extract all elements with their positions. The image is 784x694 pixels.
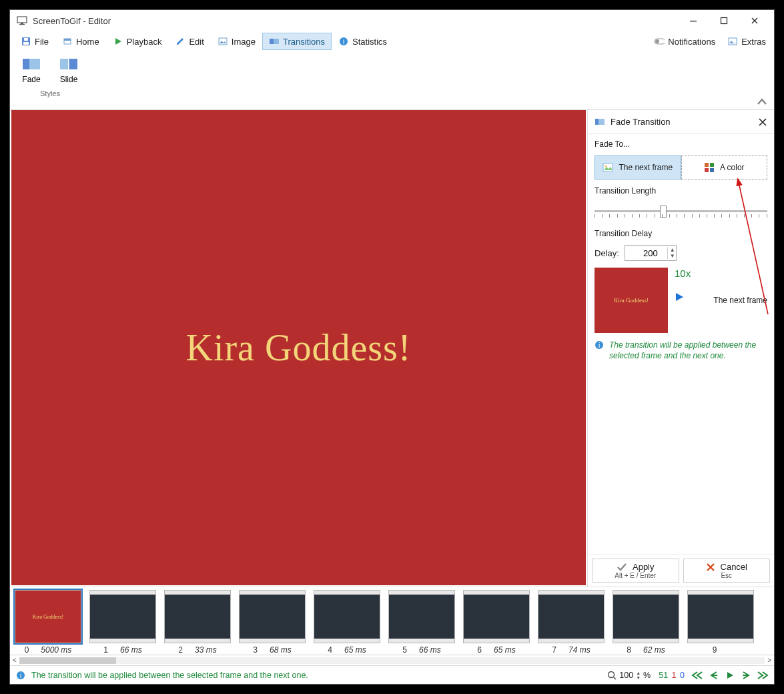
fade-to-label: Fade To... bbox=[595, 139, 767, 149]
timeline-frame[interactable]: 774 ms bbox=[537, 590, 605, 655]
svg-rect-17 bbox=[729, 38, 737, 45]
info-icon: i bbox=[15, 670, 26, 681]
svg-rect-22 bbox=[68, 59, 69, 69]
svg-rect-30 bbox=[710, 168, 714, 172]
close-button[interactable] bbox=[739, 10, 770, 31]
image-icon bbox=[218, 36, 228, 47]
svg-rect-29 bbox=[705, 168, 709, 172]
info-icon: i bbox=[338, 36, 349, 47]
timeline-frame[interactable]: 166 ms bbox=[89, 590, 157, 655]
tab-image[interactable]: Image bbox=[211, 33, 262, 50]
svg-rect-21 bbox=[68, 59, 77, 69]
svg-rect-19 bbox=[29, 59, 40, 69]
check-icon bbox=[617, 563, 627, 572]
preview-play-icon[interactable] bbox=[675, 292, 684, 302]
tab-playback[interactable]: Playback bbox=[106, 33, 169, 50]
timeline-frame[interactable]: 465 ms bbox=[313, 590, 381, 655]
svg-rect-2 bbox=[19, 24, 25, 25]
svg-text:i: i bbox=[343, 38, 344, 45]
ribbon-group-label: Styles bbox=[40, 89, 60, 97]
panel-close-icon[interactable] bbox=[758, 117, 767, 127]
svg-text:i: i bbox=[599, 342, 600, 349]
tab-transitions[interactable]: Transitions bbox=[262, 33, 332, 50]
transition-length-label: Transition Length bbox=[595, 186, 767, 196]
title-bar: ScreenToGif - Editor bbox=[10, 10, 774, 31]
timeline-frame[interactable]: 566 ms bbox=[388, 590, 456, 655]
zoom-control[interactable]: 100 ▲▼ % bbox=[607, 671, 651, 680]
svg-rect-24 bbox=[599, 119, 605, 125]
transitions-icon bbox=[269, 36, 280, 47]
svg-rect-28 bbox=[710, 163, 714, 167]
panel-title: Fade Transition bbox=[611, 117, 671, 127]
tab-edit[interactable]: Edit bbox=[168, 33, 210, 50]
fade-to-color[interactable]: A color bbox=[681, 155, 768, 180]
extras-button[interactable]: Extras bbox=[723, 34, 770, 49]
timeline-frame[interactable]: 665 ms bbox=[462, 590, 530, 655]
fade-icon bbox=[22, 57, 41, 73]
tab-home[interactable]: Home bbox=[55, 33, 106, 50]
app-icon bbox=[17, 15, 27, 26]
svg-rect-1 bbox=[21, 23, 23, 24]
picture-icon bbox=[603, 162, 613, 173]
minimize-button[interactable] bbox=[678, 10, 709, 31]
tab-statistics[interactable]: iStatistics bbox=[332, 33, 394, 50]
svg-text:i: i bbox=[20, 672, 21, 679]
nav-prev-icon[interactable] bbox=[710, 671, 719, 679]
timeline-frame[interactable]: 368 ms bbox=[238, 590, 306, 655]
timeline-frame[interactable]: 233 ms bbox=[163, 590, 232, 655]
canvas-text: Kira Goddess! bbox=[185, 326, 411, 369]
slide-icon bbox=[59, 57, 78, 73]
svg-rect-20 bbox=[60, 59, 68, 69]
play-icon bbox=[113, 36, 123, 47]
save-icon bbox=[21, 36, 31, 47]
svg-rect-25 bbox=[603, 163, 613, 171]
x-icon bbox=[706, 563, 715, 572]
frame-timeline: Kira Goddess!05000 ms166 ms233 ms368 ms4… bbox=[10, 587, 774, 665]
svg-rect-6 bbox=[23, 42, 29, 45]
cancel-button[interactable]: Cancel Esc bbox=[683, 559, 771, 583]
toggle-icon bbox=[654, 36, 665, 47]
apply-button[interactable]: Apply Alt + E / Enter bbox=[592, 559, 679, 583]
nav-next-icon[interactable] bbox=[741, 671, 750, 679]
extras-icon bbox=[727, 36, 738, 47]
timeline-frame[interactable]: 862 ms bbox=[612, 590, 680, 655]
fade-transition-panel: Fade Transition Fade To... The next fram… bbox=[587, 110, 774, 587]
svg-rect-0 bbox=[17, 17, 27, 23]
svg-point-36 bbox=[609, 671, 615, 677]
svg-rect-4 bbox=[721, 18, 727, 24]
timeline-frame[interactable]: 9 bbox=[687, 590, 755, 655]
svg-rect-9 bbox=[64, 39, 71, 41]
svg-rect-27 bbox=[705, 163, 709, 167]
delay-spinner[interactable]: ▲▼ bbox=[667, 247, 677, 259]
timeline-frame[interactable]: Kira Goddess!05000 ms bbox=[14, 590, 82, 655]
tab-file[interactable]: File bbox=[14, 33, 55, 50]
slide-style-button[interactable]: Slide bbox=[51, 54, 86, 87]
nav-first-icon[interactable] bbox=[691, 671, 703, 679]
status-bar: i The transition will be applied between… bbox=[10, 665, 774, 684]
window-title: ScreenToGif - Editor bbox=[33, 16, 111, 26]
transition-length-slider[interactable] bbox=[595, 202, 767, 222]
notifications-button[interactable]: Notifications bbox=[650, 34, 719, 49]
delay-label: Delay: bbox=[595, 248, 619, 258]
frame-counts: 51 1 0 bbox=[657, 671, 685, 680]
collapse-ribbon-icon[interactable] bbox=[757, 97, 767, 107]
maximize-button[interactable] bbox=[709, 10, 739, 31]
fade-to-next-frame[interactable]: The next frame bbox=[595, 155, 681, 180]
svg-rect-12 bbox=[274, 39, 279, 44]
preview-canvas: Kira Goddess! bbox=[11, 110, 586, 585]
pencil-icon bbox=[175, 36, 185, 47]
color-grid-icon bbox=[704, 162, 715, 173]
preview-thumbnail: Kira Goddess! bbox=[595, 268, 668, 333]
frame-count: 10x bbox=[675, 268, 691, 279]
svg-line-37 bbox=[614, 677, 617, 679]
nav-last-icon[interactable] bbox=[757, 671, 769, 679]
panel-icon bbox=[595, 117, 605, 127]
transition-delay-label: Transition Delay bbox=[595, 229, 767, 238]
svg-rect-7 bbox=[24, 38, 28, 41]
fade-style-button[interactable]: Fade bbox=[14, 54, 49, 87]
timeline-scrollbar[interactable]: <> bbox=[10, 655, 774, 665]
nav-play-icon[interactable] bbox=[726, 671, 734, 679]
info-icon: i bbox=[595, 340, 604, 350]
status-message: The transition will be applied between t… bbox=[31, 671, 308, 680]
home-icon bbox=[62, 36, 73, 47]
